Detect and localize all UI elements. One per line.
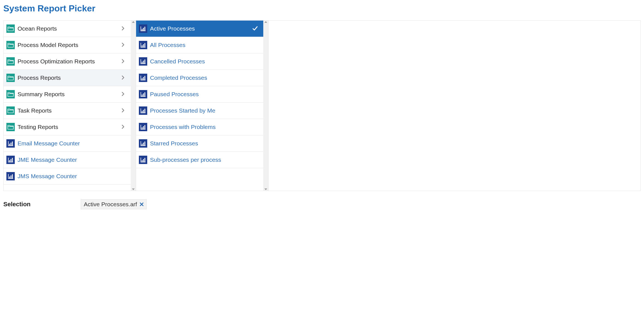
selection-label: Selection <box>3 201 81 208</box>
chart-icon <box>139 123 147 131</box>
svg-rect-1 <box>11 143 11 145</box>
folder-item[interactable]: Process Optimization Reports <box>4 53 131 70</box>
item-label: Process Reports <box>18 74 121 81</box>
selection-row: Selection Active Processes.arf <box>3 199 641 209</box>
chart-icon <box>139 41 147 49</box>
picker-container: Ocean ReportsProcess Model ReportsProces… <box>3 20 641 191</box>
svg-rect-2 <box>12 141 13 145</box>
report-item[interactable]: Cancelled Processes <box>136 53 263 70</box>
folder-icon <box>6 106 15 115</box>
svg-rect-10 <box>143 28 144 31</box>
folder-icon <box>6 41 15 49</box>
folder-item[interactable]: Testing Reports <box>4 119 131 135</box>
item-label: Ocean Reports <box>18 25 121 32</box>
chevron-right-icon <box>121 75 126 80</box>
item-label: Email Message Counter <box>18 140 128 147</box>
report-item[interactable]: Starred Processes <box>136 135 263 152</box>
svg-rect-34 <box>143 159 144 162</box>
chart-icon <box>139 90 147 98</box>
svg-rect-0 <box>9 144 10 145</box>
close-icon <box>140 202 144 206</box>
item-label: Summary Reports <box>18 91 121 98</box>
chart-icon <box>139 156 147 164</box>
svg-rect-29 <box>144 125 145 129</box>
svg-rect-6 <box>9 177 10 178</box>
svg-rect-17 <box>144 59 145 63</box>
chevron-right-icon <box>121 26 126 31</box>
svg-rect-20 <box>144 76 145 80</box>
chevron-right-icon <box>121 125 126 130</box>
chart-icon <box>6 156 15 164</box>
folder-icon <box>6 90 15 98</box>
svg-rect-15 <box>142 62 142 63</box>
report-item[interactable]: Processes Started by Me <box>136 103 263 119</box>
item-label: Starred Processes <box>150 140 260 147</box>
chevron-right-icon <box>121 92 126 97</box>
check-icon <box>252 26 258 32</box>
svg-rect-4 <box>11 159 11 162</box>
svg-rect-22 <box>143 93 144 96</box>
svg-rect-9 <box>142 29 142 31</box>
svg-rect-13 <box>143 44 144 47</box>
svg-rect-14 <box>144 43 145 47</box>
svg-rect-21 <box>142 95 142 96</box>
item-label: JME Message Counter <box>18 156 128 163</box>
svg-rect-7 <box>11 175 11 178</box>
folder-item[interactable]: Summary Reports <box>4 86 131 103</box>
chart-icon <box>6 139 15 148</box>
svg-rect-18 <box>142 78 142 80</box>
column-2-scrollbar[interactable] <box>263 21 268 191</box>
svg-rect-30 <box>142 144 142 145</box>
selection-tag: Active Processes.arf <box>81 199 147 209</box>
svg-rect-11 <box>144 27 145 31</box>
item-label: Paused Processes <box>150 91 260 98</box>
column-1-scrollbar[interactable] <box>131 21 136 191</box>
item-label: Task Reports <box>18 107 121 114</box>
svg-rect-19 <box>143 77 144 80</box>
svg-rect-32 <box>144 141 145 145</box>
item-label: Active Processes <box>150 25 252 32</box>
remove-selection-button[interactable] <box>140 201 144 208</box>
folder-item[interactable]: Process Reports <box>4 70 131 86</box>
item-label: Cancelled Processes <box>150 58 260 65</box>
chart-icon <box>139 106 147 115</box>
chart-icon <box>139 74 147 82</box>
folder-icon <box>6 24 15 33</box>
report-item[interactable]: All Processes <box>136 37 263 53</box>
item-label: Sub-processes per process <box>150 156 260 163</box>
scroll-down-icon <box>264 188 267 190</box>
report-item[interactable]: Sub-processes per process <box>136 152 263 168</box>
folder-item[interactable]: Ocean Reports <box>4 21 131 37</box>
item-label: Processes Started by Me <box>150 107 260 114</box>
folder-item[interactable]: Task Reports <box>4 103 131 119</box>
svg-rect-5 <box>12 158 13 162</box>
item-label: Testing Reports <box>18 124 121 130</box>
selection-value: Active Processes.arf <box>84 201 137 208</box>
report-item[interactable]: Active Processes <box>136 21 263 37</box>
item-label: JMS Message Counter <box>18 173 128 180</box>
item-label: Processes with Problems <box>150 124 260 130</box>
svg-rect-23 <box>144 92 145 96</box>
chart-icon <box>139 24 147 33</box>
report-item[interactable]: JME Message Counter <box>4 152 131 168</box>
chart-icon <box>139 139 147 148</box>
report-item[interactable]: Processes with Problems <box>136 119 263 135</box>
report-item[interactable]: Email Message Counter <box>4 135 131 152</box>
svg-rect-8 <box>12 174 13 178</box>
folder-icon <box>6 123 15 131</box>
report-item[interactable]: Completed Processes <box>136 70 263 86</box>
svg-rect-3 <box>9 160 10 162</box>
folder-icon <box>6 57 15 66</box>
svg-rect-26 <box>144 109 145 113</box>
svg-rect-16 <box>143 61 144 63</box>
report-item[interactable]: Paused Processes <box>136 86 263 103</box>
scroll-down-icon <box>132 188 135 190</box>
chart-icon <box>6 172 15 180</box>
page-title: System Report Picker <box>3 3 641 14</box>
folder-icon <box>6 74 15 82</box>
item-label: Completed Processes <box>150 74 260 81</box>
chevron-right-icon <box>121 43 126 48</box>
chart-icon <box>139 57 147 66</box>
folder-item[interactable]: Process Model Reports <box>4 37 131 53</box>
report-item[interactable]: JMS Message Counter <box>4 168 131 185</box>
